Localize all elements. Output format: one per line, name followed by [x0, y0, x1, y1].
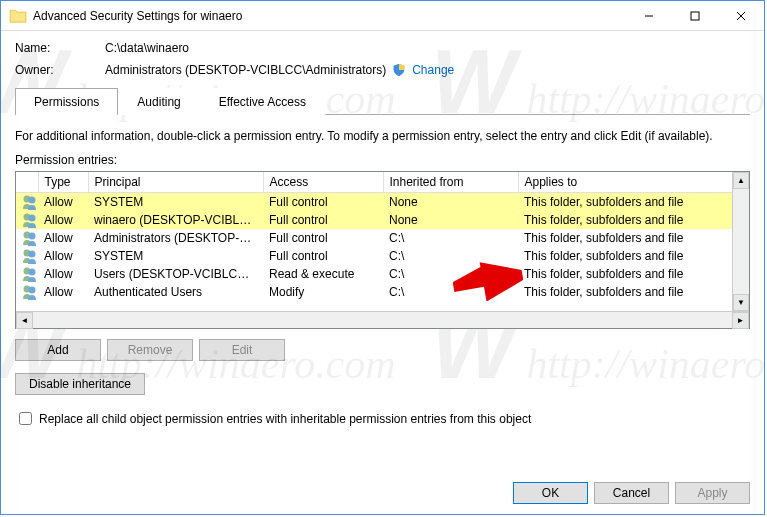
cell-type: Allow: [38, 247, 88, 265]
table-row[interactable]: AllowUsers (DESKTOP-VCIBLCC\Us...Read & …: [16, 265, 749, 283]
cell-type: Allow: [38, 193, 88, 212]
edit-button: Edit: [199, 339, 285, 361]
cell-type: Allow: [38, 229, 88, 247]
svg-point-5: [29, 197, 36, 204]
permission-table: Type Principal Access Inherited from App…: [15, 171, 750, 329]
cell-applies: This folder, subfolders and file: [518, 265, 749, 283]
scroll-down-button[interactable]: ▼: [733, 294, 749, 311]
svg-point-15: [29, 287, 36, 294]
cell-principal: winaero (DESKTOP-VCIBLCC\...: [88, 211, 263, 229]
add-button[interactable]: Add: [15, 339, 101, 361]
tab-auditing[interactable]: Auditing: [118, 88, 199, 115]
remove-button: Remove: [107, 339, 193, 361]
cell-inherited: C:\: [383, 283, 518, 301]
table-row[interactable]: AllowSYSTEMFull controlNoneThis folder, …: [16, 193, 749, 212]
svg-point-11: [29, 251, 36, 258]
window-controls: [626, 1, 764, 30]
table-row[interactable]: AllowAuthenticated UsersModifyC:\This fo…: [16, 283, 749, 301]
permission-entries-label: Permission entries:: [15, 153, 750, 167]
owner-label: Owner:: [15, 63, 105, 77]
dialog-buttons: OK Cancel Apply: [513, 482, 750, 504]
folder-icon: [9, 7, 27, 25]
cell-applies: This folder, subfolders and file: [518, 211, 749, 229]
name-value: C:\data\winaero: [105, 41, 189, 55]
table-row[interactable]: AllowAdministrators (DESKTOP-VCI...Full …: [16, 229, 749, 247]
scroll-right-button[interactable]: ►: [732, 312, 749, 329]
entry-buttons: Add Remove Edit: [15, 339, 750, 361]
table-row[interactable]: Allowwinaero (DESKTOP-VCIBLCC\...Full co…: [16, 211, 749, 229]
tabs: Permissions Auditing Effective Access: [15, 87, 750, 115]
advanced-security-window: W http://winaero.com W http://winaero. W…: [0, 0, 765, 515]
cell-access: Full control: [263, 193, 383, 212]
cell-principal: Users (DESKTOP-VCIBLCC\Us...: [88, 265, 263, 283]
cell-access: Read & execute: [263, 265, 383, 283]
svg-point-7: [29, 215, 36, 222]
column-header-principal[interactable]: Principal: [88, 172, 263, 193]
cell-inherited: None: [383, 193, 518, 212]
replace-checkbox-row: Replace all child object permission entr…: [15, 409, 750, 428]
cell-applies: This folder, subfolders and file: [518, 247, 749, 265]
cell-applies: This folder, subfolders and file: [518, 229, 749, 247]
cell-access: Full control: [263, 211, 383, 229]
cell-applies: This folder, subfolders and file: [518, 283, 749, 301]
inheritance-buttons: Disable inheritance: [15, 373, 750, 395]
scroll-left-button[interactable]: ◄: [16, 312, 33, 329]
users-icon: [16, 265, 38, 283]
uac-shield-icon: [392, 63, 406, 77]
disable-inheritance-button[interactable]: Disable inheritance: [15, 373, 145, 395]
cancel-button[interactable]: Cancel: [594, 482, 669, 504]
replace-children-checkbox[interactable]: [19, 412, 32, 425]
minimize-button[interactable]: [626, 1, 672, 30]
tab-permissions[interactable]: Permissions: [15, 88, 118, 115]
cell-principal: SYSTEM: [88, 247, 263, 265]
users-icon: [16, 193, 38, 212]
cell-inherited: None: [383, 211, 518, 229]
change-owner-link[interactable]: Change: [412, 63, 454, 77]
cell-access: Full control: [263, 229, 383, 247]
cell-applies: This folder, subfolders and file: [518, 193, 749, 212]
cell-type: Allow: [38, 283, 88, 301]
cell-type: Allow: [38, 211, 88, 229]
ok-button[interactable]: OK: [513, 482, 588, 504]
cell-inherited: C:\: [383, 265, 518, 283]
column-header-icon[interactable]: [16, 172, 38, 193]
replace-children-label: Replace all child object permission entr…: [39, 412, 531, 426]
svg-point-9: [29, 233, 36, 240]
name-label: Name:: [15, 41, 105, 55]
window-title: Advanced Security Settings for winaero: [33, 9, 626, 23]
scroll-up-button[interactable]: ▲: [733, 172, 749, 189]
column-header-applies[interactable]: Applies to: [518, 172, 749, 193]
info-text: For additional information, double-click…: [15, 129, 750, 143]
column-header-access[interactable]: Access: [263, 172, 383, 193]
users-icon: [16, 211, 38, 229]
svg-point-13: [29, 269, 36, 276]
scroll-track[interactable]: [733, 189, 749, 294]
cell-principal: SYSTEM: [88, 193, 263, 212]
users-icon: [16, 247, 38, 265]
content-area: Name: C:\data\winaero Owner: Administrat…: [1, 31, 764, 436]
cell-principal: Authenticated Users: [88, 283, 263, 301]
column-header-inherited[interactable]: Inherited from: [383, 172, 518, 193]
close-button[interactable]: [718, 1, 764, 30]
tab-effective-access[interactable]: Effective Access: [200, 88, 325, 115]
cell-inherited: C:\: [383, 229, 518, 247]
apply-button: Apply: [675, 482, 750, 504]
maximize-button[interactable]: [672, 1, 718, 30]
name-row: Name: C:\data\winaero: [15, 41, 750, 55]
horizontal-scrollbar[interactable]: ◄ ►: [16, 311, 749, 328]
users-icon: [16, 229, 38, 247]
svg-rect-1: [691, 12, 699, 20]
cell-access: Modify: [263, 283, 383, 301]
owner-value: Administrators (DESKTOP-VCIBLCC\Administ…: [105, 63, 386, 77]
cell-type: Allow: [38, 265, 88, 283]
owner-row: Owner: Administrators (DESKTOP-VCIBLCC\A…: [15, 63, 750, 77]
cell-inherited: C:\: [383, 247, 518, 265]
titlebar: Advanced Security Settings for winaero: [1, 1, 764, 31]
column-header-type[interactable]: Type: [38, 172, 88, 193]
vertical-scrollbar[interactable]: ▲ ▼: [732, 172, 749, 311]
users-icon: [16, 283, 38, 301]
cell-principal: Administrators (DESKTOP-VCI...: [88, 229, 263, 247]
cell-access: Full control: [263, 247, 383, 265]
table-row[interactable]: AllowSYSTEMFull controlC:\This folder, s…: [16, 247, 749, 265]
